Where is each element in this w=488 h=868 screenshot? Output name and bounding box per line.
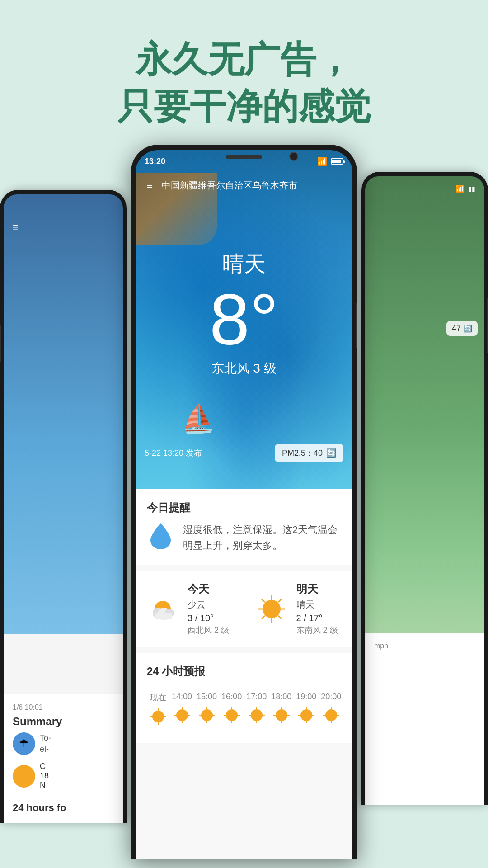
location-label: 中国新疆维吾尔自治区乌鲁木齐市: [162, 179, 341, 192]
hourly-item: 19:00: [294, 688, 319, 732]
forecast-section: 今天 少云 3 / 10° 西北风 2 级: [136, 571, 352, 647]
boat-decoration: ⛵: [179, 401, 216, 436]
tomorrow-details: 明天 晴天 2 / 17° 东南风 2 级: [296, 582, 342, 636]
phone-right-badge: 47 🔄: [446, 321, 478, 336]
today-label: 今天: [188, 582, 233, 596]
svg-rect-4: [155, 613, 172, 619]
svg-point-24: [201, 709, 213, 721]
hourly-icon: [173, 706, 191, 724]
hourly-item: 20:00: [319, 688, 341, 732]
tomorrow-wind: 东南风 2 级: [296, 625, 342, 636]
wifi-icon: 📶: [317, 156, 327, 166]
hourly-item: 14:00: [169, 688, 194, 732]
weather-condition: 晴天: [136, 250, 352, 278]
svg-point-29: [226, 709, 238, 721]
svg-point-19: [176, 709, 188, 721]
hourly-item: 15:00: [194, 688, 219, 732]
hourly-icon: [223, 706, 241, 724]
hourly-time: 15:00: [197, 692, 217, 702]
today-condition: 少云: [188, 599, 233, 611]
phone-left: ≡ 1/6 10:01 Summary ☂ To-el- C18N 24 hou…: [0, 190, 127, 823]
phone-main: 13:20 📶 ≡ 中国新疆维吾尔自治区乌鲁木齐市: [131, 145, 357, 859]
publish-time: 5-22 13:20 发布: [145, 448, 202, 458]
today-wind: 西北风 2 级: [188, 625, 233, 636]
phone-right: 📶 ▮▮ 47 🔄 mph: [361, 172, 488, 805]
header-section: 永久无广告， 只要干净的感觉: [0, 36, 488, 130]
tomorrow-condition: 晴天: [296, 599, 342, 611]
hourly-item: 现在: [147, 688, 169, 732]
svg-line-11: [278, 616, 282, 619]
reminder-section: 今日提醒 湿度很低，注意保湿。这2天气温会明显上升，别穿太多。: [136, 489, 352, 565]
water-drop-icon: [147, 522, 174, 549]
hourly-time: 16:00: [221, 692, 242, 702]
status-time: 13:20: [145, 157, 165, 166]
hourly-time: 19:00: [296, 692, 316, 702]
phone-left-screen: ≡ 1/6 10:01 Summary ☂ To-el- C18N 24 hou…: [4, 194, 123, 823]
phone-right-bottom: mph: [365, 633, 484, 805]
phone-main-screen: 13:20 📶 ≡ 中国新疆维吾尔自治区乌鲁木齐市: [136, 150, 352, 859]
forecast-today: 今天 少云 3 / 10° 西北风 2 级: [136, 571, 244, 647]
pm25-label: PM2.5：40: [282, 448, 323, 458]
left-today-item: C18N: [13, 762, 114, 790]
hourly-time: 18:00: [271, 692, 291, 702]
phone-right-status: 📶 ▮▮: [455, 184, 475, 193]
hourly-icon: [248, 706, 266, 724]
hourly-time: 17:00: [246, 692, 267, 702]
left-24h-label: 24 hours fo: [13, 795, 114, 814]
phones-container: ≡ 1/6 10:01 Summary ☂ To-el- C18N 24 hou…: [0, 145, 488, 868]
phone-main-right-btn: [356, 303, 357, 348]
svg-point-5: [263, 600, 281, 618]
hourly-item: 17:00: [244, 688, 269, 732]
reminder-text: 湿度很低，注意保湿。这2天气温会明显上升，别穿太多。: [183, 522, 341, 553]
left-phone-summary: Summary: [13, 715, 114, 728]
left-phone-date: 1/6 10:01: [13, 703, 114, 712]
today-details: 今天 少云 3 / 10° 西北风 2 级: [188, 582, 233, 636]
weather-info: 晴天 8° 东北风 3 级: [136, 250, 352, 377]
content-area: 今日提醒 湿度很低，注意保湿。这2天气温会明显上升，别穿太多。: [136, 489, 352, 859]
weather-background: 13:20 📶 ≡ 中国新疆维吾尔自治区乌鲁木齐市: [136, 150, 352, 489]
hourly-title: 24 小时预报: [147, 664, 341, 679]
hourly-icon: [272, 706, 291, 724]
svg-point-39: [276, 709, 287, 721]
today-temp: 3 / 10°: [188, 613, 233, 623]
refresh-icon[interactable]: 🔄: [326, 448, 336, 458]
left-umbrella-item: ☂ To-el-: [13, 732, 114, 755]
phone-right-screen: 📶 ▮▮ 47 🔄 mph: [365, 176, 484, 805]
reminder-title: 今日提醒: [147, 500, 341, 515]
hourly-scroll[interactable]: 现在 14:00 15:00: [147, 688, 341, 732]
svg-point-44: [300, 709, 312, 721]
weather-temperature: 8°: [136, 283, 352, 355]
header-line2: 只要干净的感觉: [0, 83, 488, 130]
hourly-icon: [149, 708, 167, 726]
phone-left-side-btn: [0, 326, 1, 362]
app-background: 永久无广告， 只要干净的感觉 ≡ 1/6 10:01 Summary ☂ To-…: [0, 0, 488, 868]
svg-line-10: [262, 599, 265, 602]
umbrella-icon: ☂: [13, 732, 35, 755]
svg-line-13: [262, 616, 265, 619]
tomorrow-temp: 2 / 17°: [296, 613, 342, 623]
sun-icon-left: [13, 765, 35, 788]
hourly-icon: [198, 706, 216, 724]
hourly-time: 14:00: [172, 692, 192, 702]
hourly-icon: [297, 706, 315, 724]
menu-button[interactable]: ≡: [147, 181, 153, 191]
status-icons: 📶: [317, 156, 343, 166]
svg-point-14: [152, 711, 164, 722]
today-icon: [147, 593, 178, 625]
pm25-badge: PM2.5：40 🔄: [275, 444, 343, 462]
hourly-section: 24 小时预报 现在 14:00: [136, 653, 352, 743]
menu-icon-left: ≡: [13, 222, 114, 233]
svg-point-34: [251, 709, 263, 721]
hourly-time: 20:00: [321, 692, 341, 702]
hourly-time: 现在: [149, 692, 167, 703]
header-line1: 永久无广告，: [0, 36, 488, 83]
hourly-item: 16:00: [219, 688, 244, 732]
reminder-content: 湿度很低，注意保湿。这2天气温会明显上升，别穿太多。: [147, 522, 341, 553]
weather-wind: 东北风 3 级: [136, 360, 352, 377]
status-bar: 13:20 📶: [136, 150, 352, 173]
svg-point-49: [325, 709, 337, 721]
top-nav[interactable]: ≡ 中国新疆维吾尔自治区乌鲁木齐市: [136, 173, 352, 198]
left-item-text: To-el-: [40, 732, 51, 755]
left-today-text: C18N: [40, 762, 49, 790]
hourly-item: 18:00: [269, 688, 294, 732]
